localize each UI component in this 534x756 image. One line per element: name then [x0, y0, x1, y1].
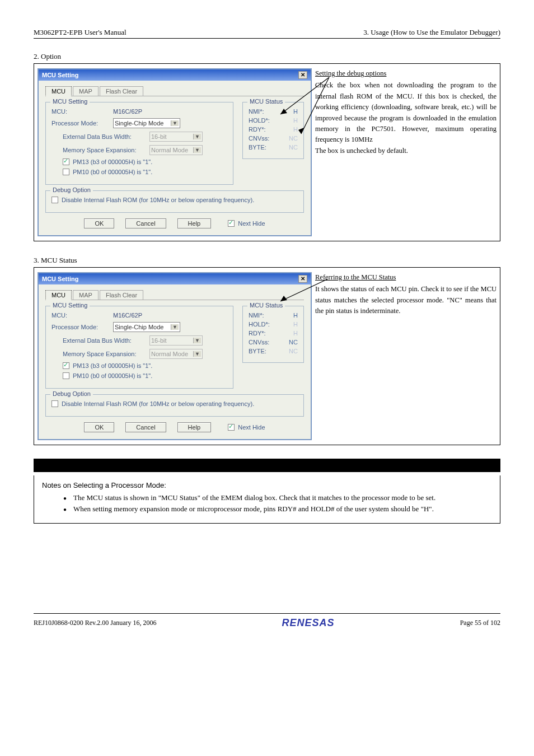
- ext-data-bus-select: 16-bit▼: [149, 132, 203, 142]
- mcu-setting-legend: MCU Setting: [50, 98, 90, 105]
- mcu-setting-dialog-2: MCU Setting ✕ MCU MAP Flash Clear MCU Se…: [38, 272, 312, 440]
- section2-info: Setting the debug options Check the box …: [315, 68, 496, 236]
- ok-button[interactable]: OK: [84, 422, 114, 432]
- section3-info: Referring to the MCU Status It shows the…: [315, 272, 496, 440]
- dialog-title-2: MCU Setting: [42, 276, 78, 282]
- section3-panel: MCU Setting ✕ MCU MAP Flash Clear MCU Se…: [34, 267, 500, 445]
- status-list: NMI*:H HOLD*:H RDY*:H CNVss:NC BYTE:NC: [249, 108, 298, 153]
- tabs: MCU MAP Flash Clear: [45, 86, 304, 96]
- disable-flash-rom-checkbox[interactable]: [51, 400, 58, 407]
- info2-body: Check the box when not downloading the p…: [315, 81, 496, 143]
- next-hide-checkbox[interactable]: [228, 220, 235, 227]
- mcu-setting-legend: MCU Setting: [50, 302, 90, 309]
- footer: REJ10J0868-0200 Rev.2.00 January 16, 200…: [34, 613, 500, 629]
- pm10-checkbox[interactable]: [63, 169, 69, 175]
- header-rule: [34, 38, 500, 39]
- mcu-setting-dialog: MCU Setting ✕ MCU MAP Flash Clear MCU Se…: [38, 68, 312, 236]
- mem-space-exp-select: Normal Mode▼: [149, 145, 203, 155]
- note-bullet-1: The MCU status is shown in "MCU Status" …: [65, 493, 492, 503]
- tab-mcu[interactable]: MCU: [45, 86, 72, 96]
- mcu-status-legend: MCU Status: [247, 302, 285, 309]
- important-bar: [34, 459, 500, 472]
- cancel-button[interactable]: Cancel: [125, 422, 166, 432]
- info2-title: Setting the debug options: [315, 68, 496, 79]
- header-right: 3. Usage (How to Use the Emulator Debugg…: [363, 28, 500, 37]
- section3-title: 3. MCU Status: [34, 256, 500, 265]
- tab-mcu[interactable]: MCU: [45, 290, 72, 300]
- info3-body: It shows the status of each MCU pin. Che…: [315, 285, 496, 315]
- pm13-checkbox[interactable]: [63, 158, 69, 165]
- mem-space-exp-label: Memory Space Expansion:: [63, 147, 149, 153]
- info2-body2: The box is unchecked by default.: [315, 147, 408, 155]
- chevron-down-icon: ▼: [171, 120, 179, 126]
- footer-right: Page 55 of 102: [460, 619, 500, 627]
- disable-flash-rom-label: Disable Internal Flash ROM (for 10MHz or…: [62, 197, 254, 203]
- tab-map[interactable]: MAP: [73, 290, 99, 300]
- cancel-button[interactable]: Cancel: [125, 218, 166, 228]
- tab-flash-clear[interactable]: Flash Clear: [100, 290, 143, 300]
- chevron-down-icon: ▼: [193, 134, 201, 139]
- processor-mode-select[interactable]: Single-Chip Mode▼: [113, 118, 180, 128]
- section2-title: 2. Option: [34, 52, 500, 61]
- pm10-checkbox[interactable]: [63, 372, 69, 379]
- close-icon[interactable]: ✕: [298, 71, 307, 79]
- disable-flash-rom-checkbox[interactable]: [51, 197, 58, 203]
- tab-flash-clear[interactable]: Flash Clear: [100, 86, 143, 96]
- processor-mode-label: Processor Mode:: [51, 120, 113, 127]
- section2-panel: MCU Setting ✕ MCU MAP Flash Clear MCU Se…: [34, 63, 500, 241]
- footer-left: REJ10J0868-0200 Rev.2.00 January 16, 200…: [34, 619, 157, 627]
- help-button[interactable]: Help: [177, 218, 212, 228]
- next-hide-checkbox[interactable]: [228, 424, 235, 431]
- pm13-checkbox[interactable]: [63, 362, 69, 369]
- chevron-down-icon: ▼: [171, 324, 179, 330]
- close-icon[interactable]: ✕: [298, 275, 307, 283]
- notes-box: Notes on Selecting a Processor Mode: The…: [34, 475, 500, 524]
- renesas-logo: RENESAS: [282, 617, 335, 629]
- help-button[interactable]: Help: [177, 422, 212, 432]
- notes-title: Notes on Selecting a Processor Mode:: [42, 481, 492, 489]
- ext-data-bus-label: External Data Bus Width:: [63, 133, 149, 140]
- chevron-down-icon: ▼: [193, 351, 201, 357]
- debug-option-legend: Debug Option: [50, 186, 93, 193]
- ok-button[interactable]: OK: [84, 218, 114, 228]
- chevron-down-icon: ▼: [193, 338, 201, 343]
- mcu-status-legend: MCU Status: [247, 98, 285, 105]
- mcu-value: M16C/62P: [113, 108, 142, 115]
- pm13-label: PM13 (b3 of 000005H) is "1".: [73, 158, 152, 165]
- status-list-2: NMI*:H HOLD*:H RDY*:H CNVss:NC BYTE:NC: [249, 312, 298, 357]
- note-bullet-2: When setting memory expansion mode or mi…: [65, 504, 492, 514]
- header-left: M3062PT2-EPB User's Manual: [34, 28, 127, 37]
- mcu-label: MCU:: [51, 108, 113, 115]
- chevron-down-icon: ▼: [193, 147, 201, 153]
- tab-map[interactable]: MAP: [73, 86, 99, 96]
- pm10-label: PM10 (b0 of 000005H) is "1".: [73, 169, 152, 175]
- next-hide-label: Next Hide: [238, 220, 265, 227]
- processor-mode-select[interactable]: Single-Chip Mode▼: [113, 322, 180, 332]
- tabs-2: MCU MAP Flash Clear: [45, 290, 304, 300]
- dialog-title: MCU Setting: [42, 72, 78, 78]
- info3-title: Referring to the MCU Status: [315, 272, 496, 283]
